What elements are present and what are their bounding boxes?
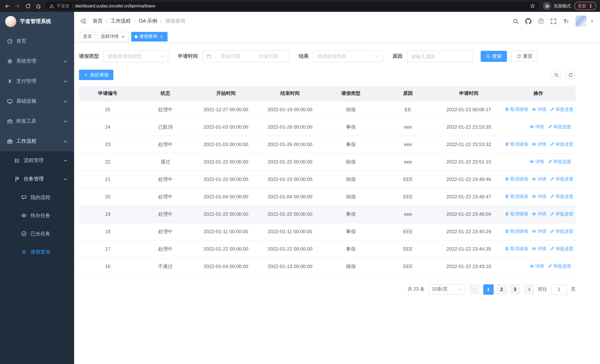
sidebar-item-首页[interactable]: 首页 [0,31,74,51]
cell-status: 处理中 [137,136,194,153]
user-avatar[interactable] [576,16,587,27]
cancel-action-link[interactable]: 取消请假 [505,211,528,217]
browser-menu-dots-icon[interactable] [589,3,593,9]
start-date-placeholder[interactable]: 开始日期 [214,53,246,60]
reason-input[interactable] [407,50,472,62]
apply-time-range[interactable]: 开始日期 - 结束日期 [202,50,289,62]
progress-action-link[interactable]: 审批进度 [550,106,573,113]
detail-action-link[interactable]: 详情 [532,106,546,113]
cell-apply: 2022-01-22 23:53:35 [437,118,501,136]
detail-action-link[interactable]: 详情 [530,263,544,270]
progress-action-link[interactable]: 审批进度 [548,263,571,270]
tab-请假查询[interactable]: 请假查询× [131,32,168,41]
cancel-action-link[interactable]: 取消请假 [505,106,528,113]
sidebar-item-研发工具[interactable]: 研发工具 [0,111,74,131]
cell-type: 病假 [322,188,379,205]
update-button[interactable]: 更新 [574,2,596,10]
reset-button[interactable]: 重置 [511,51,538,62]
sidebar-item-我的流程[interactable]: 我的流程 [0,188,74,206]
sidebar-item-系统管理[interactable]: 系统管理 [0,51,74,71]
cancel-action-link[interactable]: 取消请假 [505,246,528,252]
address-bar[interactable]: 不安全 dashboard.yudao.iocoder.cn/bpm/oa/le… [45,2,539,10]
sidebar-item-基础设施[interactable]: 基础设施 [0,91,74,111]
security-label[interactable]: 不安全 [57,3,69,9]
page-number-2[interactable]: 2 [497,284,507,295]
progress-action-link[interactable]: 审批进度 [550,141,573,148]
result-select[interactable]: 请选择流结果 [313,50,383,62]
url-text[interactable]: dashboard.yudao.iocoder.cn/bpm/oa/leave [75,4,527,8]
cancel-action-link[interactable]: 取消请假 [505,141,528,148]
tab-首页[interactable]: 首页 [80,32,95,41]
cancel-action-link[interactable]: 取消请假 [505,194,528,200]
progress-action-link[interactable]: 审批进度 [550,194,573,200]
sidebar-item-待办任务[interactable]: 待办任务 [0,206,74,225]
detail-action-link[interactable]: 详情 [532,246,546,252]
leave-type-select[interactable]: 请选择请假类型 [103,50,168,62]
avatar-caret-icon[interactable] [590,19,594,23]
cell-type: 事假 [322,118,379,136]
prev-page-button[interactable] [469,284,479,295]
end-date-placeholder[interactable]: 结束日期 [252,53,285,60]
sidebar-item-任务管理[interactable]: 任务管理 [0,170,74,188]
breadcrumb-item[interactable]: OA 示例 [139,18,157,24]
browser-home-icon[interactable] [35,3,41,9]
detail-action-link[interactable]: 详情 [532,141,546,148]
table-row: 19处理中2022-01-22 00:00:002022-01-22 00:00… [79,205,576,223]
page-size-select[interactable]: 10条/页 [428,284,465,295]
page-number-1[interactable]: 1 [483,284,493,295]
sidebar-item-工作流程[interactable]: 工作流程 [0,131,74,151]
logo[interactable]: 芋道管理系统 [0,12,74,31]
detail-action-link[interactable]: 详情 [532,194,546,200]
sidebar-item-流程管理[interactable]: 流程管理 [0,151,74,170]
collapse-sidebar-icon[interactable] [80,18,87,24]
close-tab-icon[interactable]: × [121,34,126,39]
navbar-actions: ? TT [513,16,594,27]
toggle-search-button[interactable] [551,70,562,80]
progress-action-link[interactable]: 审批进度 [548,124,571,130]
progress-action-link[interactable]: 审批进度 [550,176,573,182]
detail-action-link[interactable]: 详情 [532,176,546,182]
detail-action-link[interactable]: 详情 [530,124,544,130]
next-page-button[interactable] [524,284,534,295]
browser-back-icon[interactable] [4,3,10,9]
cell-id: 23 [79,136,137,153]
page-number-3[interactable]: 3 [510,284,520,295]
refresh-table-button[interactable] [565,70,576,80]
search-button[interactable]: 搜索 [481,51,507,62]
chevron-down-icon [63,98,68,104]
progress-action-link[interactable]: 审批进度 [548,159,571,165]
cell-apply: 2022-01-22 23:43:16 [437,258,501,275]
cancel-action-link[interactable]: 取消请假 [505,228,528,235]
create-leave-button[interactable]: 发起请假 [79,70,113,80]
font-size-icon[interactable]: TT [563,18,569,24]
tab-label: 请假查询 [139,33,157,40]
fullscreen-icon[interactable] [550,18,557,24]
cell-reason: EEE [379,188,436,205]
cancel-action-link[interactable]: 取消请假 [505,176,528,182]
progress-action-link[interactable]: 审批进度 [550,246,573,252]
search-icon [554,73,559,77]
sidebar-item-支付管理[interactable]: ¥支付管理 [0,71,74,91]
table-row: 17处理中2022-01-22 00:00:002022-01-22 00:00… [79,240,576,258]
tab-流程详情[interactable]: 流程详情× [97,32,129,41]
detail-action-link[interactable]: 详情 [532,211,546,217]
sidebar-item-请假查询[interactable]: 请假查询 [0,243,74,261]
breadcrumb-item[interactable]: 工作流程 [111,18,131,24]
search-icon[interactable] [513,18,519,24]
page-numbers: 123 [483,284,520,295]
github-icon[interactable] [525,18,531,24]
browser-reload-icon[interactable] [24,3,31,9]
close-tab-icon[interactable]: × [159,34,164,39]
help-icon[interactable]: ? [538,18,544,24]
breadcrumb-item[interactable]: 首页 [93,18,103,24]
edit-icon [548,159,552,164]
bookmark-star-icon[interactable] [530,3,535,9]
goto-page-input[interactable] [551,284,567,295]
progress-action-link[interactable]: 审批进度 [550,228,573,235]
progress-action-link[interactable]: 审批进度 [550,211,573,217]
sidebar-item-已办任务[interactable]: 已办任务 [0,225,74,243]
detail-action-link[interactable]: 详情 [532,228,546,235]
browser-forward-icon[interactable] [14,3,21,9]
detail-action-link[interactable]: 详情 [530,159,544,165]
browser-chrome: 不安全 dashboard.yudao.iocoder.cn/bpm/oa/le… [0,0,600,12]
